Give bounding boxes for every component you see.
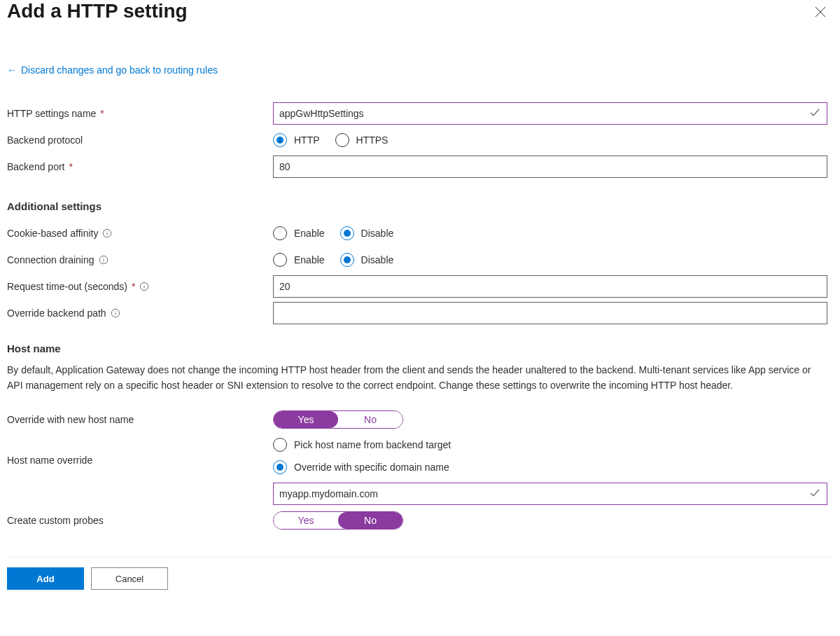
radio-label: HTTPS bbox=[356, 134, 388, 146]
svg-point-4 bbox=[107, 231, 108, 232]
required-mark: * bbox=[100, 108, 104, 119]
radio-icon bbox=[273, 133, 287, 147]
back-link[interactable]: ←Discard changes and go back to routing … bbox=[7, 64, 218, 76]
connection-draining-disable[interactable]: Disable bbox=[340, 253, 394, 267]
radio-label: Enable bbox=[294, 228, 325, 239]
host-name-override-input[interactable] bbox=[273, 483, 827, 505]
radio-icon bbox=[340, 253, 354, 267]
connection-draining-enable[interactable]: Enable bbox=[273, 253, 325, 267]
close-icon[interactable] bbox=[808, 3, 833, 22]
override-backend-path-label: Override backend path bbox=[7, 307, 106, 319]
info-icon[interactable] bbox=[102, 228, 112, 238]
http-settings-name-input[interactable] bbox=[273, 102, 827, 125]
additional-settings-heading: Additional settings bbox=[7, 200, 833, 212]
radio-label: Disable bbox=[361, 254, 394, 265]
request-timeout-input[interactable] bbox=[273, 275, 827, 298]
info-icon[interactable] bbox=[139, 282, 149, 291]
host-override-specific-domain[interactable]: Override with specific domain name bbox=[273, 460, 833, 474]
host-name-description: By default, Application Gateway does not… bbox=[7, 363, 812, 393]
arrow-left-icon: ← bbox=[7, 64, 17, 76]
radio-icon bbox=[273, 253, 287, 267]
custom-probes-toggle[interactable]: Yes No bbox=[273, 511, 403, 530]
checkmark-icon bbox=[809, 487, 820, 501]
cookie-affinity-disable[interactable]: Disable bbox=[340, 226, 394, 240]
radio-icon bbox=[335, 133, 349, 147]
custom-probes-yes[interactable]: Yes bbox=[274, 512, 338, 529]
radio-icon bbox=[340, 226, 354, 240]
svg-point-7 bbox=[103, 258, 104, 258]
request-timeout-label: Request time-out (seconds) bbox=[7, 281, 127, 292]
custom-probes-no[interactable]: No bbox=[338, 512, 402, 529]
cookie-affinity-label: Cookie-based affinity bbox=[7, 228, 98, 239]
info-icon[interactable] bbox=[99, 255, 108, 265]
override-backend-path-input[interactable] bbox=[273, 302, 827, 324]
radio-label: Override with specific domain name bbox=[294, 462, 449, 473]
radio-icon bbox=[273, 226, 287, 240]
override-new-host-toggle[interactable]: Yes No bbox=[273, 410, 403, 429]
radio-label: Enable bbox=[294, 254, 325, 265]
host-override-pick-backend[interactable]: Pick host name from backend target bbox=[273, 438, 833, 452]
override-new-host-no[interactable]: No bbox=[338, 411, 402, 428]
back-link-text: Discard changes and go back to routing r… bbox=[21, 64, 218, 76]
backend-port-label: Backend port bbox=[7, 161, 65, 172]
backend-protocol-label: Backend protocol bbox=[7, 134, 83, 146]
page-title: Add a HTTP setting bbox=[7, 0, 188, 22]
radio-label: HTTP bbox=[294, 134, 320, 146]
backend-protocol-http[interactable]: HTTP bbox=[273, 133, 320, 147]
cancel-button[interactable]: Cancel bbox=[91, 567, 168, 590]
host-name-heading: Host name bbox=[7, 343, 833, 354]
required-mark: * bbox=[132, 281, 135, 292]
host-name-override-label: Host name override bbox=[7, 455, 92, 466]
radio-icon bbox=[273, 460, 287, 474]
http-settings-name-label: HTTP settings name bbox=[7, 108, 96, 119]
radio-icon bbox=[273, 438, 287, 452]
override-new-host-yes[interactable]: Yes bbox=[274, 411, 338, 428]
radio-label: Pick host name from backend target bbox=[294, 439, 451, 450]
backend-port-input[interactable] bbox=[273, 155, 827, 178]
svg-point-13 bbox=[115, 311, 115, 312]
svg-point-10 bbox=[144, 284, 145, 285]
backend-protocol-https[interactable]: HTTPS bbox=[335, 133, 388, 147]
info-icon[interactable] bbox=[111, 308, 120, 318]
add-button[interactable]: Add bbox=[7, 567, 84, 590]
radio-label: Disable bbox=[361, 228, 394, 239]
connection-draining-label: Connection draining bbox=[7, 254, 94, 265]
custom-probes-label: Create custom probes bbox=[7, 515, 104, 526]
required-mark: * bbox=[69, 161, 73, 172]
override-new-host-label: Override with new host name bbox=[7, 414, 134, 425]
cookie-affinity-enable[interactable]: Enable bbox=[273, 226, 325, 240]
checkmark-icon bbox=[809, 106, 820, 120]
